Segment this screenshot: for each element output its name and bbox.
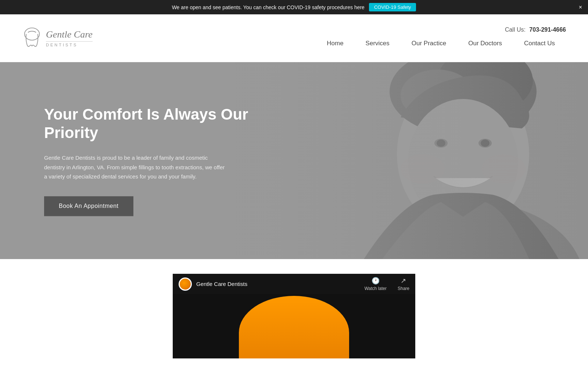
hero-section: Your Comfort Is Always Our Priority Gent…	[0, 62, 588, 259]
site-header: Gentle Care Dentists Call Us: 703-291-46…	[0, 14, 588, 62]
hero-content: Your Comfort Is Always Our Priority Gent…	[44, 105, 272, 216]
logo-line1: Gentle Care	[46, 29, 93, 40]
announcement-text: We are open and see patients. You can ch…	[172, 4, 365, 10]
covid-badge[interactable]: COVID-19 Safety	[369, 3, 416, 11]
nav-services[interactable]: Services	[355, 37, 401, 50]
announcement-bar: We are open and see patients. You can ch…	[0, 0, 588, 14]
watch-later-label: Watch later	[365, 286, 387, 291]
channel-logo-inner	[180, 279, 191, 290]
share-button[interactable]: ↗ Share	[398, 277, 409, 291]
share-icon: ↗	[401, 277, 406, 285]
tooth-icon	[22, 27, 42, 49]
hero-title: Your Comfort Is Always Our Priority	[44, 105, 272, 142]
svg-point-0	[25, 28, 40, 40]
close-announcement-button[interactable]: ×	[579, 4, 582, 11]
video-channel-name: Gentle Care Dentists	[196, 281, 247, 287]
watch-later-button[interactable]: 🕐 Watch later	[365, 277, 387, 291]
book-appointment-button[interactable]: Book An Appointment	[44, 196, 133, 216]
nav-our-doctors[interactable]: Our Doctors	[457, 37, 513, 50]
clock-icon: 🕐	[372, 277, 380, 285]
video-channel-logo	[179, 277, 192, 291]
phone-number[interactable]: 703-291-4666	[529, 26, 566, 33]
video-arc-graphic	[239, 296, 349, 358]
logo-text: Gentle Care Dentists	[46, 29, 93, 47]
nav-home[interactable]: Home	[316, 37, 354, 50]
nav-our-practice[interactable]: Our Practice	[401, 37, 457, 50]
video-actions: 🕐 Watch later ↗ Share	[365, 277, 409, 291]
header-right: Call Us: 703-291-4666 Home Services Our …	[316, 26, 566, 50]
video-player[interactable]: Gentle Care Dentists 🕐 Watch later ↗ Sha…	[173, 274, 415, 358]
call-us-label: Call Us:	[505, 26, 526, 33]
phone-display: Call Us: 703-291-4666	[505, 26, 566, 33]
nav-contact-us[interactable]: Contact Us	[513, 37, 566, 50]
share-label: Share	[398, 286, 409, 291]
video-top-bar: Gentle Care Dentists 🕐 Watch later ↗ Sha…	[173, 274, 415, 294]
main-nav: Home Services Our Practice Our Doctors C…	[316, 37, 566, 50]
hero-description: Gentle Care Dentists is proud to be a le…	[44, 153, 228, 182]
logo[interactable]: Gentle Care Dentists	[22, 27, 93, 49]
video-section: Gentle Care Dentists 🕐 Watch later ↗ Sha…	[0, 259, 588, 366]
logo-line2: Dentists	[46, 41, 93, 47]
